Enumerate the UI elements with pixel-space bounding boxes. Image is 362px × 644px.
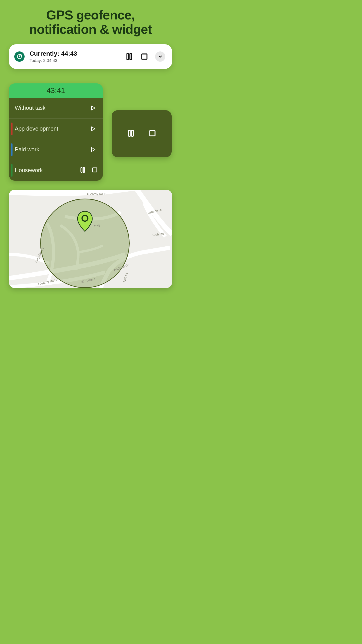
svg-rect-8 bbox=[83, 168, 84, 172]
svg-marker-4 bbox=[91, 106, 95, 110]
task-widget: 43:41 Without taskApp developmentPaid wo… bbox=[9, 84, 103, 181]
notification-today-time: 2:04:43 bbox=[43, 58, 57, 63]
task-item[interactable]: Without task bbox=[9, 98, 103, 118]
expand-button[interactable] bbox=[155, 52, 165, 62]
headline: GPS geofence, notification & widget bbox=[0, 0, 181, 36]
notification-today-prefix: Today: bbox=[29, 58, 43, 63]
notification-text: Currently: 44:43 Today: 2:04:43 bbox=[29, 50, 125, 63]
stop-button[interactable] bbox=[140, 52, 149, 61]
play-icon[interactable] bbox=[88, 104, 97, 112]
headline-line-2: notification & widget bbox=[0, 22, 181, 36]
mini-control-widget bbox=[112, 110, 172, 157]
svg-rect-12 bbox=[150, 130, 155, 136]
task-label: App development bbox=[15, 126, 88, 132]
task-color-bar bbox=[11, 122, 12, 135]
map-geofence[interactable]: Glenroy Rd ELebeda DrClub RdTrailAngelin… bbox=[9, 190, 172, 288]
stop-icon[interactable] bbox=[91, 166, 98, 174]
notification-today: Today: 2:04:43 bbox=[29, 58, 125, 63]
task-label: Housework bbox=[15, 167, 79, 174]
task-color-bar bbox=[11, 102, 12, 114]
task-color-bar bbox=[11, 143, 12, 156]
svg-rect-7 bbox=[81, 168, 82, 172]
pause-button[interactable] bbox=[125, 52, 134, 61]
mini-pause-button[interactable] bbox=[126, 129, 135, 139]
task-item[interactable]: App development bbox=[9, 118, 103, 139]
mini-stop-button[interactable] bbox=[148, 129, 157, 139]
svg-marker-6 bbox=[91, 147, 95, 152]
svg-marker-5 bbox=[91, 126, 95, 131]
notification-card: Currently: 44:43 Today: 2:04:43 bbox=[9, 44, 172, 69]
widgets-row: 43:41 Without taskApp developmentPaid wo… bbox=[9, 84, 172, 181]
task-color-bar bbox=[11, 164, 12, 177]
svg-rect-9 bbox=[93, 168, 97, 172]
task-widget-timer: 43:41 bbox=[9, 84, 103, 98]
svg-rect-10 bbox=[129, 130, 130, 136]
headline-line-1: GPS geofence, bbox=[0, 8, 181, 22]
play-icon[interactable] bbox=[88, 145, 97, 154]
svg-rect-1 bbox=[127, 54, 128, 60]
clock-refresh-icon bbox=[14, 52, 24, 62]
location-pin-icon bbox=[77, 211, 93, 232]
task-label: Without task bbox=[15, 105, 88, 111]
task-item[interactable]: Housework bbox=[9, 160, 103, 181]
notification-current-time: 44:43 bbox=[61, 50, 77, 57]
svg-rect-3 bbox=[142, 54, 147, 59]
svg-rect-2 bbox=[130, 54, 131, 60]
notification-current: Currently: 44:43 bbox=[29, 50, 125, 57]
play-icon[interactable] bbox=[88, 124, 97, 133]
notification-current-prefix: Currently: bbox=[29, 50, 61, 57]
street-label: Glenroy Rd E bbox=[87, 192, 106, 196]
task-list: Without taskApp developmentPaid workHous… bbox=[9, 98, 103, 181]
task-controls bbox=[79, 166, 98, 174]
svg-rect-11 bbox=[132, 130, 133, 136]
pause-icon[interactable] bbox=[79, 166, 86, 174]
task-item[interactable]: Paid work bbox=[9, 139, 103, 160]
task-label: Paid work bbox=[15, 146, 88, 153]
notification-controls bbox=[125, 52, 165, 62]
